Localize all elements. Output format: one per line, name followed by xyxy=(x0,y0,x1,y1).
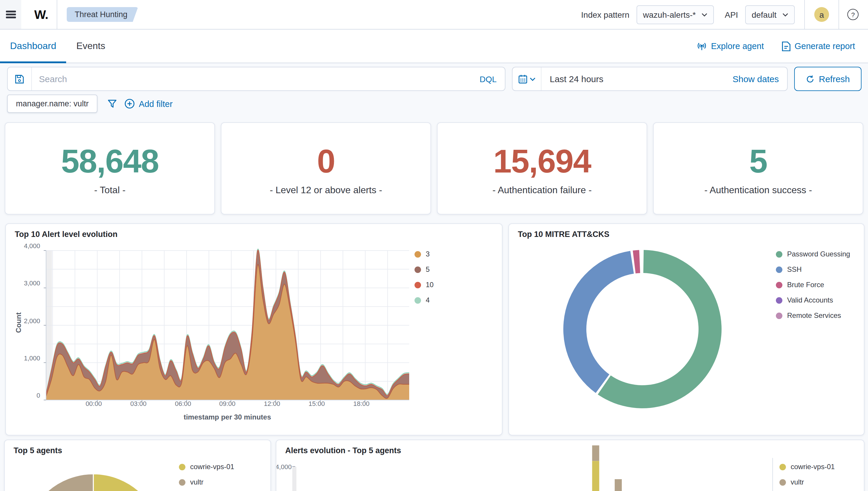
stat-card-total[interactable]: 58,648 - Total - xyxy=(5,122,215,214)
refresh-icon xyxy=(806,75,814,83)
legend-item[interactable]: vultr xyxy=(779,478,835,486)
legend-item[interactable]: vultr xyxy=(179,478,234,486)
avatar[interactable]: a xyxy=(814,7,829,22)
stat-label: - Level 12 or above alerts - xyxy=(270,185,382,195)
x-axis-title: timestamp per 30 minutes xyxy=(6,413,449,421)
search-bar: DQL xyxy=(7,67,505,91)
filter-bar: manager.name: vultr Add filter xyxy=(7,94,173,113)
panel-mitre-attacks: Top 10 MITRE ATT&CKS Password Guessing S… xyxy=(508,223,864,435)
show-dates-link[interactable]: Show dates xyxy=(733,74,779,84)
y-axis-tick-label: 4,000 xyxy=(5,242,40,249)
antenna-icon xyxy=(697,41,707,51)
wazuh-logo[interactable]: W. xyxy=(34,7,48,22)
legend-label: cowrie-vps-01 xyxy=(790,463,835,471)
explore-agent-button[interactable]: Explore agent xyxy=(697,41,764,51)
chevron-down-icon xyxy=(529,77,535,81)
x-axis-tick-label: 00:00 xyxy=(73,400,114,407)
index-pattern-select[interactable]: wazuh-alerts-* xyxy=(637,5,714,24)
generate-report-label: Generate report xyxy=(795,41,855,51)
generate-report-button[interactable]: Generate report xyxy=(781,41,855,51)
x-axis-tick-label: 12:00 xyxy=(251,400,292,407)
legend-label: Password Guessing xyxy=(787,250,850,258)
panel-title: Top 10 MITRE ATT&CKS xyxy=(518,230,609,239)
panel-alert-level-evolution: Top 10 Alert level evolution 01,0002,000… xyxy=(5,223,502,435)
legend-label: 4 xyxy=(426,296,430,304)
area-chart-legend: 3 5 10 4 xyxy=(414,250,434,304)
menu-button[interactable] xyxy=(0,0,21,29)
legend-dot xyxy=(414,266,421,273)
stat-value: 15,694 xyxy=(493,142,591,180)
legend-label: 3 xyxy=(426,250,430,258)
index-pattern-label: Index pattern xyxy=(581,10,629,19)
mitre-legend: Password Guessing SSH Brute Force Valid … xyxy=(776,250,850,320)
legend-divider xyxy=(772,458,773,491)
filter-chip[interactable]: manager.name: vultr xyxy=(7,94,97,113)
refresh-button[interactable]: Refresh xyxy=(794,67,862,91)
filter-funnel-icon[interactable] xyxy=(107,99,117,109)
api-select[interactable]: default xyxy=(745,5,795,24)
legend-item[interactable]: SSH xyxy=(776,265,850,273)
report-document-icon xyxy=(781,41,790,51)
refresh-label: Refresh xyxy=(819,74,850,84)
legend-dot xyxy=(414,297,421,304)
legend-item[interactable]: 4 xyxy=(414,296,434,304)
y-axis-tick-label: 1,000 xyxy=(5,354,40,362)
module-tabs-bar: Dashboard Events Explore agent Generate … xyxy=(0,30,868,63)
legend-item[interactable]: Remote Services xyxy=(776,311,850,320)
header-divider xyxy=(56,0,57,29)
top5-agents-pie-chart[interactable] xyxy=(24,474,162,491)
stat-card-auth-failure[interactable]: 15,694 - Authentication failure - xyxy=(437,122,647,214)
legend-item[interactable]: Password Guessing xyxy=(776,250,850,258)
legend-label: 10 xyxy=(426,281,434,289)
save-query-button[interactable] xyxy=(8,67,32,90)
plus-circle-icon xyxy=(125,99,135,109)
legend-label: Valid Accounts xyxy=(787,296,833,304)
legend-dot xyxy=(179,464,185,470)
x-axis-tick-label: 06:00 xyxy=(162,400,204,407)
query-language-toggle[interactable]: DQL xyxy=(479,74,497,84)
panel-title: Top 5 agents xyxy=(13,446,62,455)
top5-agents-legend: cowrie-vps-01 vultr xyxy=(179,463,234,486)
hamburger-icon xyxy=(6,9,16,20)
breadcrumb[interactable]: Threat Hunting xyxy=(66,7,138,22)
legend-dot xyxy=(776,282,782,288)
alerts-evolution-bar-chart[interactable] xyxy=(276,440,864,491)
stat-cards-row: 58,648 - Total - 0 - Level 12 or above a… xyxy=(5,122,863,214)
legend-item[interactable]: cowrie-vps-01 xyxy=(779,463,835,471)
legend-dot xyxy=(414,282,421,288)
time-range-value[interactable]: Last 24 hours xyxy=(550,74,603,84)
legend-item[interactable]: 10 xyxy=(414,281,434,289)
stat-value: 5 xyxy=(749,142,767,180)
stat-label: - Authentication failure - xyxy=(492,185,592,195)
top-navbar: W. Threat Hunting Index pattern wazuh-al… xyxy=(0,0,868,30)
tab-dashboard[interactable]: Dashboard xyxy=(0,30,66,63)
x-axis-tick-label: 18:00 xyxy=(341,400,382,407)
search-input[interactable] xyxy=(32,74,471,84)
tab-events[interactable]: Events xyxy=(66,30,116,63)
legend-dot xyxy=(779,464,786,470)
legend-item[interactable]: Brute Force xyxy=(776,281,850,289)
add-filter-label: Add filter xyxy=(139,99,173,109)
legend-item[interactable]: 3 xyxy=(414,250,434,258)
legend-dot xyxy=(776,312,782,319)
add-filter-button[interactable]: Add filter xyxy=(125,99,173,109)
api-value: default xyxy=(752,10,776,19)
calendar-menu-button[interactable] xyxy=(513,67,541,90)
x-axis-tick-label: 03:00 xyxy=(118,400,159,407)
stat-value: 58,648 xyxy=(61,142,159,180)
legend-item[interactable]: cowrie-vps-01 xyxy=(179,463,234,471)
x-axis-tick-label: 15:00 xyxy=(296,400,337,407)
stat-card-level12[interactable]: 0 - Level 12 or above alerts - xyxy=(221,122,431,214)
legend-item[interactable]: Valid Accounts xyxy=(776,296,850,304)
legend-dot xyxy=(776,251,782,257)
help-icon[interactable]: ? xyxy=(847,9,859,20)
legend-dot xyxy=(779,479,786,485)
search-row: DQL Last 24 hours Show dates Refresh xyxy=(7,67,862,91)
panel-alerts-evolution: Alerts evolution - Top 5 agents 4,000 co… xyxy=(276,440,864,491)
wazuh-threat-hunting-dashboard: W. Threat Hunting Index pattern wazuh-al… xyxy=(0,0,868,491)
mitre-donut-chart[interactable] xyxy=(563,250,721,408)
stat-value: 0 xyxy=(317,142,335,180)
legend-item[interactable]: 5 xyxy=(414,265,434,273)
logo-text: W. xyxy=(34,7,48,21)
stat-card-auth-success[interactable]: 5 - Authentication success - xyxy=(653,122,863,214)
